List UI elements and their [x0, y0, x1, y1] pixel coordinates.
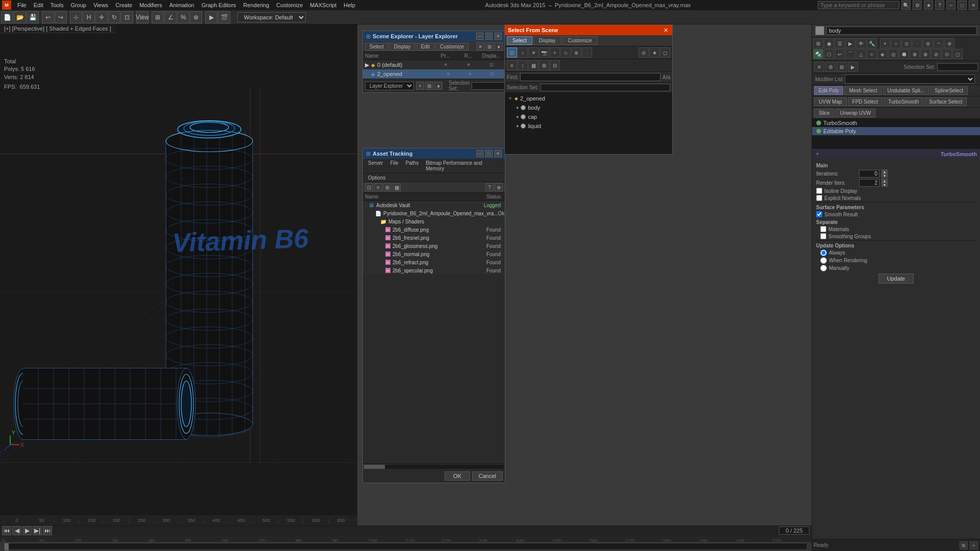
ts-riter-dn[interactable]: ▼ [881, 183, 888, 187]
sfs-select-tab[interactable]: Select [507, 36, 532, 45]
menu-create[interactable]: Create [112, 1, 135, 9]
rp-nurbs-icon[interactable]: ~ [934, 38, 944, 48]
sfs-row-body[interactable]: ● body [506, 103, 671, 112]
ts-iter-up[interactable]: ▲ [881, 169, 888, 173]
scene-explorer-maximize[interactable]: □ [485, 33, 493, 40]
3d-viewport[interactable]: Total Polys: 5 616 Verts: 2 814 FPS: 659… [0, 24, 357, 525]
undulable-spli-btn[interactable]: Undulable Spli... [883, 86, 929, 95]
at-row-fresnel[interactable]: m 2b6_fresnel.png Found [363, 234, 505, 242]
menu-group[interactable]: Group [67, 1, 89, 9]
ts-iterations-spinner[interactable]: ▲ ▼ [881, 169, 888, 178]
sfs-expand-btn[interactable]: ⊞ [539, 60, 549, 70]
rp-displace-icon[interactable]: ⊙ [942, 49, 952, 59]
sfs-obj-icon-btn[interactable]: ⊡ [507, 47, 517, 58]
se-footer-icon2[interactable]: ⊞ [425, 82, 433, 90]
maximize-btn[interactable]: □ [958, 1, 967, 10]
turbosmooth-btn[interactable]: TurboSmooth [884, 97, 923, 106]
snap-btn[interactable]: ⊞ [152, 11, 164, 23]
rp-scene-icon[interactable]: ⊞ [813, 38, 823, 48]
at-server-menu[interactable]: Server [365, 160, 386, 172]
object-color-swatch[interactable] [815, 26, 824, 35]
se-icon2[interactable]: ⊞ [485, 42, 494, 51]
slice-btn[interactable]: Slice [814, 109, 835, 117]
at-maximize-btn[interactable]: □ [485, 150, 493, 157]
se-row-default[interactable]: ▶ ◆ 0 (default) ☀ ☀ ⊡ [363, 60, 505, 69]
rp-push-icon[interactable]: ◈ [877, 49, 888, 59]
sfs-helper-icon-btn[interactable]: + [550, 47, 560, 58]
spinner-snap-btn[interactable]: ⊛ [190, 11, 202, 23]
rp-mod-icon[interactable]: 🔩 [813, 49, 823, 59]
ts-render-iters-spinner[interactable]: ▲ ▼ [881, 179, 888, 187]
sfs-selset-input[interactable] [541, 84, 670, 91]
sfs-2opened-expand[interactable]: ▼ [508, 96, 512, 101]
sfs-none-btn[interactable]: ◻ [660, 47, 670, 58]
scene-explorer-close[interactable]: ✕ [495, 33, 502, 40]
scene-explorer-titlebar[interactable]: ⊞ Scene Explorer - Layer Explorer ─ □ ✕ [363, 31, 505, 41]
rp-editpoly-icon[interactable]: ⬡ [824, 49, 834, 59]
edit-poly-btn[interactable]: Edit Poly [814, 86, 843, 95]
rp-noise-icon[interactable]: ≈ [867, 49, 877, 59]
last-frame-btn[interactable]: ⏭ [43, 526, 52, 535]
timeline-thumb[interactable] [5, 543, 9, 550]
se-footer-dropdown[interactable]: Layer Explorer [365, 82, 414, 90]
sfs-layer-btn[interactable]: ▦ [528, 60, 538, 70]
rp-slice-icon[interactable]: ⊘ [931, 49, 941, 59]
rp-unwrap-icon[interactable]: ⊗ [920, 49, 930, 59]
se-select-tab[interactable]: Select [365, 43, 388, 51]
rp-remove-mod-btn[interactable]: ✕ [814, 62, 824, 72]
ts-update-btn[interactable]: Update [878, 273, 914, 284]
open-btn[interactable]: 📂 [14, 11, 26, 23]
settings-icon[interactable]: ⚙ [913, 1, 922, 10]
menu-views[interactable]: Views [90, 1, 111, 9]
surface-select-btn[interactable]: Surface Select [924, 97, 967, 106]
rp-bend-icon[interactable]: ⌒ [845, 49, 855, 59]
spline-select-btn[interactable]: SplineSelect [930, 86, 968, 95]
redo-btn[interactable]: ↪ [55, 11, 67, 23]
vis-2opened-pr[interactable]: ☀ [445, 70, 452, 78]
next-frame-btn[interactable]: ▶| [33, 526, 42, 535]
sfs-space-icon-btn[interactable]: ⊹ [560, 47, 571, 58]
status-grid-btn[interactable]: ⊞ [960, 541, 968, 549]
render-btn[interactable]: ▶ [205, 11, 217, 23]
rp-anim-mod-btn[interactable]: ▶ [848, 62, 858, 72]
at-bitmap-menu[interactable]: Bitmap Performance and Memory [423, 160, 503, 172]
rp-compound-icon[interactable]: ⊙ [901, 38, 912, 48]
ts-radio-always-input[interactable] [820, 249, 827, 256]
ts-iterations-input[interactable] [859, 170, 879, 178]
rotate-btn[interactable]: ↻ [108, 11, 120, 23]
turbosmooth-bulb[interactable] [816, 120, 821, 126]
at-scrollbar-h[interactable] [364, 465, 504, 469]
se-expand-icon[interactable]: ▶ [365, 62, 369, 68]
scene-explorer-minimize[interactable]: ─ [476, 33, 483, 40]
play-fwd-btn[interactable]: ▶ [22, 526, 32, 535]
play-btn[interactable]: ⏮ [2, 526, 11, 535]
at-icon1[interactable]: ⊡ [365, 183, 373, 191]
at-row-refract[interactable]: m 2b6_refract.png Found [363, 258, 505, 266]
ts-explicit-checkbox[interactable] [816, 195, 822, 201]
asset-tracking-titlebar[interactable]: ⊞ Asset Tracking ─ □ ✕ [363, 148, 505, 159]
search-icon[interactable]: 🔍 [901, 1, 911, 10]
sfs-sort-btn[interactable]: ↕ [518, 60, 528, 70]
sfs-close-btn[interactable]: ✕ [662, 27, 669, 34]
at-options-label[interactable]: Options [365, 174, 388, 181]
workspace-dropdown[interactable]: Workspace: Default [237, 12, 306, 22]
modifier-list-dropdown[interactable] [845, 74, 975, 84]
sfs-invert-btn[interactable]: ⊘ [639, 47, 649, 58]
rp-motion-icon[interactable]: ▶ [845, 38, 855, 48]
at-icon4[interactable]: ▦ [393, 183, 401, 191]
frame-display[interactable]: 0 / 225 [779, 527, 810, 535]
rp-config-mod-btn[interactable]: ⚙ [825, 62, 836, 72]
menu-graph-editors[interactable]: Graph Editors [199, 1, 239, 9]
sfs-camera-icon-btn[interactable]: 📷 [539, 47, 549, 58]
rp-scrollable[interactable]: ▼ TurboSmooth Main Iterations: ▲ ▼ Rende… [812, 149, 980, 551]
sfs-collapse-btn[interactable]: ⊟ [550, 60, 560, 70]
editable-poly-bulb[interactable] [816, 129, 821, 134]
rp-uvw-icon[interactable]: ⊕ [910, 49, 920, 59]
menu-file[interactable]: File [14, 1, 30, 9]
ts-riter-up[interactable]: ▲ [881, 179, 888, 183]
menu-modifiers[interactable]: Modifiers [136, 1, 165, 9]
close-btn[interactable]: ✕ [969, 1, 978, 10]
rp-shell-icon[interactable]: ◻ [952, 49, 963, 59]
timeline-slider[interactable] [0, 542, 812, 551]
vis-default-r[interactable]: ☀ [465, 61, 472, 68]
